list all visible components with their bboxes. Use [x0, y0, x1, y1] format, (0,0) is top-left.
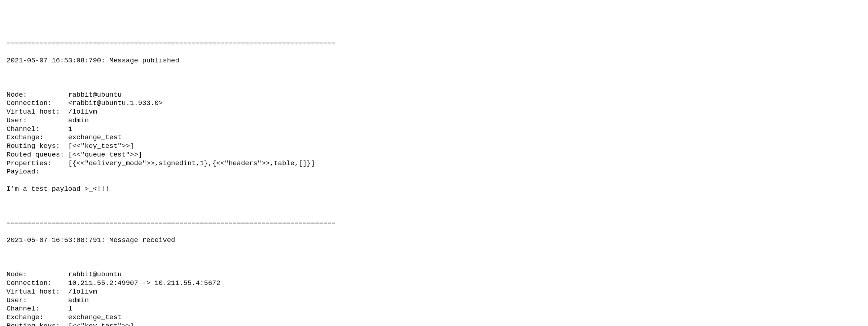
log-field-line: Routing keys: [<<"key_test">>] [6, 322, 862, 326]
log-field-line: Routed queues: [<<"queue_test">>] [6, 151, 862, 159]
blank-line [6, 254, 862, 262]
log-header-received: 2021-05-07 16:53:08:791: Message receive… [6, 236, 862, 245]
separator-line: ========================================… [6, 39, 862, 48]
log-field-line: Virtual host: /lolivm [6, 108, 862, 116]
blank-line [6, 74, 862, 82]
log-block-received: Node: rabbit@ubuntuConnection: 10.211.55… [6, 270, 862, 326]
log-field-line: Exchange: exchange_test [6, 313, 862, 322]
log-field-line: Channel: 1 [6, 125, 862, 134]
log-header-published: 2021-05-07 16:53:08:790: Message publish… [6, 57, 862, 65]
log-field-line: Connection: <rabbit@ubuntu.1.933.0> [6, 99, 862, 108]
log-field-line: Routing keys: [<<"key_test">>] [6, 142, 862, 151]
separator-line: ========================================… [6, 219, 862, 228]
log-field-line: Node: rabbit@ubuntu [6, 91, 862, 100]
log-field-line: Properties: [{<<"delivery_mode">>,signed… [6, 159, 862, 168]
log-block-published: Node: rabbit@ubuntuConnection: <rabbit@u… [6, 91, 862, 177]
log-field-line: Connection: 10.211.55.2:49907 -> 10.211.… [6, 279, 862, 288]
log-field-line: User: admin [6, 116, 862, 125]
log-field-line: Channel: 1 [6, 305, 862, 313]
log-field-line: Payload: [6, 168, 862, 176]
payload-body-published: I'm a test payload >_<!!! [6, 185, 862, 194]
log-field-line: User: admin [6, 296, 862, 305]
blank-line [6, 202, 862, 211]
log-field-line: Virtual host: /lolivm [6, 288, 862, 296]
log-field-line: Node: rabbit@ubuntu [6, 270, 862, 279]
log-field-line: Exchange: exchange_test [6, 133, 862, 142]
